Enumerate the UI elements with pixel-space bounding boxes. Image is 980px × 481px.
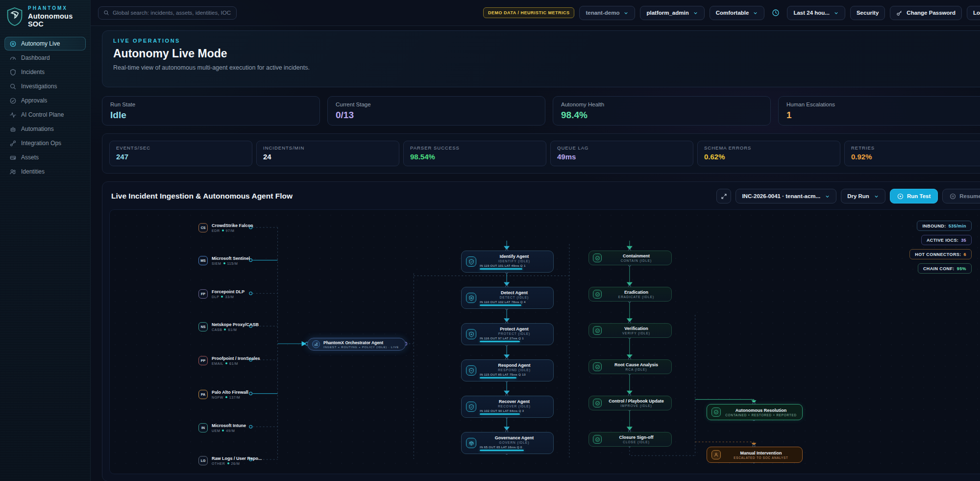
run-mode-select[interactable]: Dry Run (841, 189, 885, 203)
resume-button[interactable]: Resume (942, 189, 980, 203)
source-node-forcepoint[interactable]: FP Forcepoint DLP DLP33/M (198, 286, 245, 302)
sidebar-item-label: Incidents (21, 69, 45, 76)
sidebar-item-automations[interactable]: Automations (4, 122, 86, 136)
source-node-proofpoint[interactable]: PP Proofpoint / IronScales EMAIL61/M (198, 353, 260, 368)
agent-name: Recover Agent (480, 399, 549, 404)
agent-node-protect[interactable]: Protect Agent PROTECT (IDLE) IN 116 OUT … (461, 323, 554, 345)
stage-node-verification[interactable]: Verification VERIFY (IDLE) (588, 323, 672, 338)
source-node-netskope[interactable]: NS Netskope Proxy/CASB CASB61/M (198, 319, 259, 334)
sidebar-item-investigations[interactable]: Investigations (4, 79, 86, 93)
agent-stats: IN 115 OUT 85 LAT 75ms Q 13 (480, 373, 549, 376)
tenant-select[interactable]: tenant-demo (579, 6, 635, 20)
agent-status: DETECT (IDLE) (480, 296, 549, 299)
expand-button[interactable] (716, 189, 731, 203)
security-button[interactable]: Security (850, 6, 885, 20)
flow-canvas[interactable]: CS CrowdStrike Falcon EDR97/M MS Microso… (109, 209, 980, 474)
density-value: Comfortable (716, 10, 749, 16)
stat-label: Current Stage (336, 101, 537, 107)
agent-node-detect[interactable]: Detect Agent DETECT (IDLE) IN 110 OUT 10… (461, 287, 554, 309)
agent-status: IDENTIFY (IDLE) (480, 259, 549, 263)
hud-label: HOT CONNECTORS: (915, 252, 961, 257)
sidebar-item-label: Automations (21, 126, 54, 132)
outcome-status: ESCALATED TO SOC ANALYST (724, 456, 798, 459)
stage-node-closure[interactable]: Closure Sign-off CLOSE (IDLE) (588, 432, 672, 447)
agent-progress-bar (480, 268, 522, 270)
source-node-rawlogs[interactable]: LG Raw Logs / User Repo... OTHER26/M (198, 453, 262, 468)
sidebar-item-integration-ops[interactable]: Integration Ops (4, 136, 86, 150)
source-node-paloalto[interactable]: PA Palo Alto Firewall NGFW137/M (198, 386, 248, 402)
chevron-down-icon (874, 194, 879, 199)
agent-progress-bar (480, 413, 520, 415)
stage-node-playbook-update[interactable]: Control / Playbook Update IMPROVE (IDLE) (588, 396, 672, 410)
check-shield-icon (593, 435, 602, 444)
agent-progress-bar (480, 450, 524, 451)
source-node-crowdstrike[interactable]: CS CrowdStrike Falcon EDR97/M (198, 220, 253, 235)
pulse-icon (9, 111, 17, 119)
global-search[interactable] (98, 6, 237, 20)
target-icon (9, 40, 17, 48)
change-password-button[interactable]: Change Password (890, 6, 962, 20)
metric-label: RETRIES (851, 145, 980, 151)
source-node-sentinel[interactable]: MS Microsoft Sentinel SIEM115/M (198, 253, 250, 268)
agent-node-identify[interactable]: Identify Agent IDENTIFY (IDLE) IN 119 OU… (461, 251, 554, 273)
source-rate: 33/M (225, 295, 234, 299)
role-select[interactable]: platform_admin (640, 6, 704, 20)
metric-value: 247 (116, 152, 245, 161)
agent-node-recover[interactable]: Recover Agent RECOVER (IDLE) IN 102 OUT … (461, 396, 554, 418)
agent-node-respond[interactable]: Respond Agent RESPOND (IDLE) IN 115 OUT … (461, 359, 554, 381)
run-test-button[interactable]: Run Test (890, 189, 938, 203)
orchestrator-node[interactable]: PhantomX Orchestrator Agent INGEST + ROU… (307, 338, 406, 351)
main-area: DEMO DATA / HEURISTIC METRICS tenant-dem… (91, 0, 980, 481)
drive-icon (9, 154, 17, 161)
density-select[interactable]: Comfortable (710, 6, 765, 20)
source-rate: 115/M (227, 262, 238, 265)
stage-node-containment[interactable]: Containment CONTAIN (IDLE) (588, 251, 672, 265)
incident-select[interactable]: INC-2026-0041 · tenant-acm... (735, 189, 836, 203)
shield-refresh-icon (466, 402, 476, 412)
stage-node-root-cause[interactable]: Root Cause Analysis RCA (IDLE) (588, 359, 672, 374)
sidebar-item-ai-control-plane[interactable]: AI Control Plane (4, 108, 86, 122)
hud-label: ACTIVE IOCS: (927, 238, 958, 243)
clock-button[interactable] (769, 6, 782, 20)
time-range-select[interactable]: Last 24 hou... (787, 6, 845, 20)
source-name: Proofpoint / IronScales (212, 356, 260, 361)
sidebar-item-incidents[interactable]: Incidents (4, 65, 86, 79)
search-input[interactable] (113, 10, 231, 16)
change-password-label: Change Password (906, 10, 956, 16)
agent-stats: IN 102 OUT 90 LAT 64ms Q 3 (480, 409, 549, 412)
source-rate: 97/M (226, 229, 235, 232)
agent-node-governance[interactable]: Governance Agent GOVERN (IDLE) IN 65 OUT… (461, 432, 554, 454)
source-badge: MS (198, 256, 208, 265)
stat-card-autonomy-health: Autonomy Health 98.4% (553, 96, 771, 126)
sidebar-item-approvals[interactable]: Approvals (4, 94, 86, 107)
phantomx-logo-icon (6, 7, 24, 26)
source-type: NGFW (212, 396, 223, 399)
brand-name: PHANTOMX (28, 5, 84, 11)
source-name: Microsoft Intune (212, 423, 246, 428)
hero-panel: LIVE OPERATIONS Autonomy Live Mode Real-… (102, 30, 980, 87)
logout-button[interactable]: Logout (967, 6, 980, 20)
metric-schema-errors: SCHEMA ERRORS 0.62% (697, 141, 840, 166)
pause-circle-icon (950, 193, 956, 200)
stat-card-run-state: Run State Idle (102, 96, 320, 126)
sidebar-item-assets[interactable]: Assets (4, 151, 86, 164)
source-rate: 137/M (229, 396, 240, 399)
source-node-intune[interactable]: IN Microsoft Intune UEM49/M (198, 420, 246, 435)
play-circle-icon (897, 193, 904, 200)
key-icon (896, 10, 903, 16)
source-rate: 61/M (228, 328, 237, 331)
stage-node-eradication[interactable]: Eradication ERADICATE (IDLE) (588, 287, 672, 302)
agent-name: Identify Agent (480, 254, 549, 259)
sidebar-item-autonomy-live[interactable]: Autonomy Live (4, 37, 86, 51)
stat-label: Autonomy Health (561, 101, 762, 107)
outcome-node-autonomous-resolution[interactable]: Autonomous Resolution CONTAINED + RESTOR… (707, 404, 803, 420)
agent-stats: IN 119 OUT 101 LAT 49ms Q 1 (480, 264, 549, 267)
logout-label: Logout (973, 10, 980, 16)
sidebar-item-identities[interactable]: Identities (4, 165, 86, 178)
agent-progress-bar (480, 341, 520, 342)
agent-name: Governance Agent (480, 435, 549, 440)
robot-icon (9, 126, 17, 133)
people-icon (9, 168, 17, 176)
sidebar-item-dashboard[interactable]: Dashboard (4, 51, 86, 65)
outcome-node-manual-intervention[interactable]: Manual Intervention ESCALATED TO SOC ANA… (707, 447, 803, 463)
